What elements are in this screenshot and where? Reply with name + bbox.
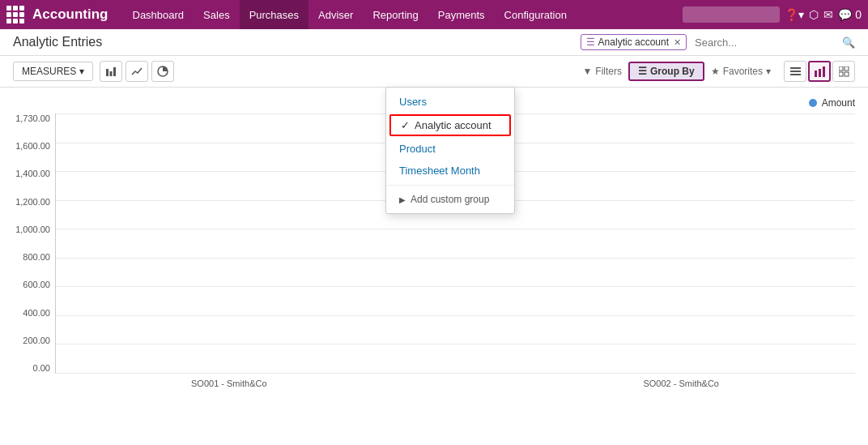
sub-header: Analytic Entries ☰ Analytic account ✕ 🔍 (0, 29, 868, 56)
y-label-9: 0.00 (33, 363, 50, 373)
app-grid-icon[interactable] (6, 6, 24, 24)
timesheet-month-label: Timesheet Month (399, 165, 480, 177)
grid-line (56, 229, 855, 229)
toolbar: MEASURES ▾ ▼ Filters ☰ Group By ★ Favori… (0, 56, 868, 88)
login-icon[interactable]: ⬡ (809, 8, 819, 21)
y-label-0: 1,730.00 (15, 113, 50, 123)
measures-label: MEASURES (22, 66, 76, 77)
filter-tag-label: Analytic account (598, 36, 669, 48)
legend-label: Amount (822, 97, 855, 109)
add-custom-label: Add custom group (411, 194, 489, 205)
dropdown-timesheet-month[interactable]: Timesheet Month (386, 160, 514, 182)
svg-rect-13 (845, 72, 849, 76)
chart-view-btn[interactable] (808, 61, 831, 82)
svg-rect-0 (106, 69, 108, 76)
top-nav: Accounting Dashboard Sales Purchases Adv… (0, 0, 868, 29)
grid-line (56, 315, 855, 316)
chart-type-buttons (100, 61, 174, 82)
legend-dot (809, 99, 817, 107)
svg-rect-7 (815, 71, 817, 77)
measures-button[interactable]: MEASURES ▾ (13, 62, 93, 81)
nav-right: ❓▾ ⬡ ✉ 💬 0 (683, 6, 862, 23)
list-view-btn[interactable] (784, 61, 806, 82)
nav-payments[interactable]: Payments (428, 0, 495, 29)
bar-label-2: SO002 - Smith&Co (643, 379, 719, 388)
filter-tag-close[interactable]: ✕ (674, 37, 681, 48)
svg-rect-2 (113, 67, 116, 76)
favorites-label: Favorites (723, 66, 763, 77)
search-icon[interactable]: 🔍 (842, 36, 855, 49)
filters-label: Filters (595, 66, 622, 77)
bar-label-1: SO001 - Smith&Co (191, 379, 267, 388)
view-buttons (784, 61, 855, 82)
svg-rect-5 (790, 71, 801, 72)
nav-adviser[interactable]: Adviser (308, 0, 363, 29)
search-input[interactable] (691, 35, 837, 50)
dropdown-product[interactable]: Product (386, 138, 514, 160)
check-mark-icon: ✓ (401, 119, 410, 131)
brand-name[interactable]: Accounting (32, 6, 108, 23)
y-label-7: 400.00 (23, 308, 50, 318)
toolbar-right: ▼ Filters ☰ Group By ★ Favorites ▾ (582, 61, 855, 82)
svg-rect-8 (819, 69, 821, 77)
group-by-label: Group By (650, 66, 695, 77)
nav-configuration[interactable]: Configuration (495, 0, 577, 29)
filter-tag-icon: ☰ (586, 36, 595, 48)
group-by-icon: ☰ (638, 66, 647, 77)
help-icon[interactable]: ❓▾ (785, 8, 804, 21)
filter-icon: ▼ (582, 66, 592, 77)
nav-dashboard[interactable]: Dashboard (123, 0, 194, 29)
dropdown-divider (386, 185, 514, 186)
pie-chart-btn[interactable] (151, 61, 174, 82)
grid-line (56, 258, 855, 259)
mail-icon[interactable]: ✉ (823, 8, 833, 21)
chat-icon[interactable]: 💬 0 (838, 8, 862, 21)
nav-purchases[interactable]: Purchases (240, 0, 308, 29)
bar-chart-btn[interactable] (100, 61, 122, 82)
pivot-view-btn[interactable] (832, 61, 855, 82)
dropdown-users[interactable]: Users (386, 91, 514, 113)
svg-rect-9 (823, 66, 825, 77)
y-label-5: 800.00 (23, 252, 50, 262)
filter-tag[interactable]: ☰ Analytic account ✕ (581, 34, 687, 50)
nav-reporting[interactable]: Reporting (363, 0, 428, 29)
svg-rect-11 (845, 66, 849, 71)
svg-rect-4 (790, 67, 801, 69)
filters-button[interactable]: ▼ Filters (582, 66, 622, 77)
analytic-account-label: Analytic account (415, 119, 491, 131)
users-label: Users (399, 96, 427, 108)
arrow-icon: ▶ (399, 195, 406, 204)
line-chart-btn[interactable] (126, 61, 148, 82)
grid-line (56, 373, 855, 374)
svg-rect-12 (839, 72, 843, 76)
favorites-caret: ▾ (766, 66, 771, 77)
group-by-button[interactable]: ☰ Group By (628, 62, 704, 81)
search-bar: ☰ Analytic account ✕ 🔍 (581, 34, 855, 50)
dropdown-analytic-account[interactable]: ✓ Analytic account (389, 114, 511, 136)
star-icon: ★ (711, 66, 720, 77)
y-label-4: 1,000.00 (15, 225, 50, 234)
svg-rect-6 (790, 74, 801, 75)
measures-caret: ▾ (79, 66, 84, 77)
y-label-6: 600.00 (23, 280, 50, 289)
page-title: Analytic Entries (13, 35, 102, 49)
y-label-2: 1,400.00 (15, 169, 50, 178)
grid-line (56, 344, 855, 344)
y-label-1: 1,600.00 (15, 141, 50, 151)
svg-rect-10 (839, 66, 843, 71)
group-by-dropdown: Users ✓ Analytic account Product Timeshe… (385, 87, 515, 214)
grid-line (56, 286, 855, 287)
y-axis: 1,730.00 1,600.00 1,400.00 1,200.00 1,00… (13, 113, 55, 389)
dropdown-add-custom-group[interactable]: ▶ Add custom group (386, 189, 514, 210)
nav-items: Dashboard Sales Purchases Adviser Report… (123, 0, 683, 29)
y-label-3: 1,200.00 (15, 197, 50, 207)
product-label: Product (399, 143, 436, 155)
nav-search-input[interactable] (683, 6, 780, 23)
svg-rect-1 (110, 71, 113, 76)
nav-sales[interactable]: Sales (194, 0, 240, 29)
y-label-8: 200.00 (23, 336, 50, 345)
favorites-button[interactable]: ★ Favorites ▾ (711, 66, 771, 77)
